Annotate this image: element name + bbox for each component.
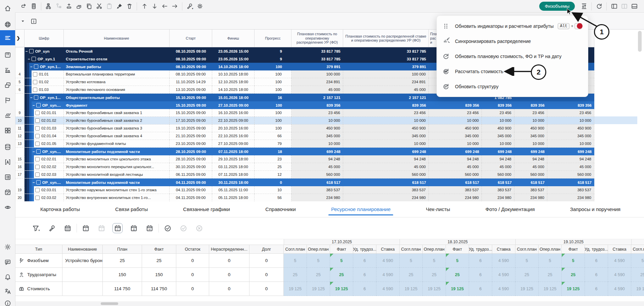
grid-row[interactable]: 1002.01.02Устройство буронабивных свай з… <box>15 117 594 124</box>
grid-column-header[interactable]: Наименование <box>64 30 170 47</box>
trash-icon[interactable] <box>124 2 134 11</box>
chevron-down-icon[interactable] <box>20 16 26 26</box>
resource-subcolumn-header[interactable]: Согл.план <box>515 245 539 254</box>
info-icon[interactable] <box>29 16 39 26</box>
resource-subcolumn-header[interactable]: Согл.план <box>631 245 644 254</box>
duplicate-icon[interactable] <box>74 2 84 11</box>
row-checkbox[interactable] <box>34 95 38 100</box>
grid-row[interactable]: 1602.02.02Устройство монолитного перекры… <box>15 163 594 171</box>
sidebar-info-icon[interactable] <box>0 297 15 306</box>
row-checkbox[interactable] <box>34 64 38 69</box>
undo-icon[interactable] <box>18 2 29 11</box>
period-d-icon[interactable]: Д <box>129 223 138 233</box>
sidebar-bracket-a-icon[interactable] <box>0 156 15 168</box>
resource-subcolumn-header[interactable]: Согл.план <box>284 245 307 254</box>
row-checkbox[interactable] <box>35 142 40 146</box>
gear-icon[interactable] <box>195 2 205 11</box>
resource-column-header[interactable]: Факт <box>142 245 176 254</box>
panel-settings-icon[interactable] <box>47 223 56 233</box>
resource-column-header[interactable]: Остаток <box>176 245 209 254</box>
grid-row[interactable]: 1202.01.04Устройство буронабивных свай з… <box>15 132 594 140</box>
resource-subcolumn-header[interactable]: Опер.план <box>539 245 562 254</box>
tab-4[interactable]: Справочники <box>265 201 296 217</box>
row-checkbox[interactable] <box>35 118 40 123</box>
tab-5[interactable]: Ресурсное планирование <box>331 201 390 217</box>
row-checkbox[interactable] <box>35 111 40 115</box>
collapse-icon[interactable]: − <box>26 49 28 53</box>
collapse-icon[interactable]: − <box>33 181 35 185</box>
row-checkbox[interactable] <box>35 157 40 161</box>
grid-row[interactable]: 8−OP_syn....Фундамент15.10.2025 09:0027.… <box>15 101 594 109</box>
row-checkbox[interactable] <box>29 49 34 53</box>
sidebar-layers-icon[interactable] <box>0 79 15 92</box>
period-1-icon[interactable]: 1 <box>81 223 90 233</box>
resource-subcolumn-header[interactable]: Ставка <box>608 245 631 254</box>
resource-subcolumn-header[interactable]: Ставка <box>492 245 515 254</box>
expand-all-icon[interactable]: ❯ <box>15 30 25 47</box>
row-checkbox[interactable] <box>35 188 40 192</box>
row-checkbox[interactable] <box>35 172 40 177</box>
arr-right-icon[interactable] <box>170 2 180 11</box>
period-c-icon[interactable]: С <box>112 223 123 233</box>
sidebar-kanban-icon[interactable] <box>0 49 15 61</box>
grid-column-header[interactable]: Прогресс <box>255 30 291 47</box>
sidebar-grid4-icon[interactable] <box>0 124 15 137</box>
grid-column-header[interactable]: Шифр <box>25 30 64 47</box>
grid-row[interactable]: 1502.02.01Устройство монолитных стен цок… <box>15 155 594 163</box>
tab-1[interactable]: Карточка работы <box>40 201 80 217</box>
resource-subcolumn-header[interactable]: Факт <box>330 245 353 254</box>
arr-up-icon[interactable] <box>139 2 149 11</box>
row-checkbox[interactable] <box>35 134 40 138</box>
collapse-icon[interactable]: − <box>30 96 33 100</box>
row-checkbox[interactable] <box>35 165 40 169</box>
resource-subcolumn-header[interactable]: Факт <box>446 245 469 254</box>
tab-3[interactable]: Связанные графики <box>183 201 230 217</box>
resource-subcolumn-header[interactable]: Уд. трудоз... <box>353 245 376 254</box>
resource-subcolumn-header[interactable]: Факт <box>562 245 585 254</box>
sidebar-bell-icon[interactable] <box>0 271 15 284</box>
row-checkbox[interactable] <box>35 196 40 200</box>
grid-row[interactable]: 902.01.01Устройство буронабивных свай за… <box>15 109 594 117</box>
row-checkbox[interactable] <box>36 149 41 154</box>
calendar-grid-icon[interactable] <box>63 223 72 233</box>
resource-column-header[interactable]: Наименование <box>62 245 103 254</box>
node-add-icon[interactable] <box>44 2 54 11</box>
sidebar-flag-icon[interactable] <box>0 94 15 107</box>
menu-item-dots-grid[interactable]: Обновить индикаторы и расчетные атрибуты… <box>437 18 588 34</box>
resource-row[interactable]: Трудозатраты15015000025252564 5902525256… <box>15 268 644 282</box>
row-checkbox[interactable] <box>36 103 41 107</box>
grid-row[interactable]: 1102.01.03Устройство буронабивных свай з… <box>15 124 594 132</box>
sidebar-chart-wave-icon[interactable] <box>0 64 15 76</box>
menu-item-sync-bars[interactable]: Синхронизировать распределение <box>437 34 588 49</box>
horizontal-scrollbar-thumb[interactable] <box>101 302 118 305</box>
grid-column-header[interactable]: Плановая стоимость по оперативному распр… <box>291 30 343 47</box>
tab-2[interactable]: Связи работы <box>115 201 148 217</box>
period-m-icon[interactable]: М <box>145 223 154 233</box>
row-checkbox[interactable] <box>36 180 41 185</box>
grid-column-header[interactable]: Старт <box>170 30 212 47</box>
tab-6[interactable]: Чек-листы <box>426 201 450 217</box>
arr-down-icon[interactable] <box>149 2 159 11</box>
sidebar-globe-icon[interactable] <box>0 18 15 31</box>
resource-subcolumn-header[interactable]: Опер.план <box>307 245 330 254</box>
resource-subcolumn-header[interactable]: Ставка <box>376 245 400 254</box>
tab-7[interactable]: Фото / Документация <box>486 201 535 217</box>
resource-subcolumn-header[interactable]: Уд. трудоз... <box>585 245 608 254</box>
grid-row[interactable]: 14−OP_syn....Монолитные работы подземной… <box>15 148 594 155</box>
sidebar-database-icon[interactable] <box>0 141 15 153</box>
horizontal-scrollbar[interactable] <box>15 301 644 306</box>
resource-subcolumn-header[interactable]: Опер.план <box>423 245 446 254</box>
wrench-icon[interactable]: ▾ <box>185 2 195 11</box>
resource-row[interactable]: Стоимость114 750114 75000019 12519 12519… <box>15 282 644 296</box>
sidebar-translate-icon[interactable] <box>0 285 15 298</box>
resource-row[interactable]: ФизобъемУстройство буронаб252500055564 5… <box>15 254 644 268</box>
brush-icon[interactable] <box>114 2 124 11</box>
sidebar-sun-icon[interactable] <box>0 241 15 253</box>
resource-subcolumn-header[interactable]: Согл.план <box>400 245 423 254</box>
row-add-icon[interactable] <box>64 2 74 11</box>
arr-left-icon[interactable] <box>159 2 170 11</box>
grid-column-header[interactable]: Финиш <box>212 30 255 47</box>
menu-item-refresh-dot[interactable]: Обновить плановую стоимость, ФО и ТР на … <box>437 49 588 64</box>
collapse-icon[interactable]: − <box>33 103 35 107</box>
sidebar-calendar-check-icon[interactable] <box>0 186 15 199</box>
